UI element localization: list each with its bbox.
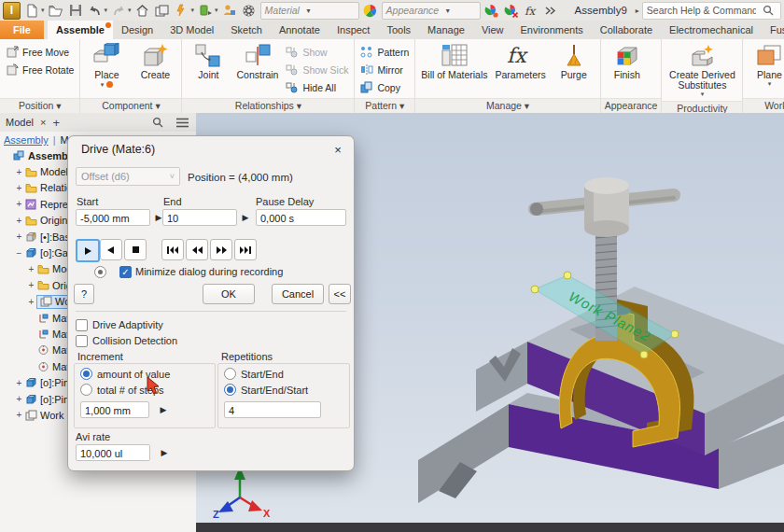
expander-icon[interactable]: + [14, 199, 24, 209]
close-icon[interactable]: × [40, 117, 46, 128]
tab-fusion-360[interactable]: Fusion 360 [762, 21, 784, 39]
free-rotate-button[interactable]: Free Rotate [3, 61, 77, 78]
tab-assemble[interactable]: Assemble [48, 21, 113, 39]
joint-button[interactable]: Joint [185, 41, 231, 82]
record-button[interactable] [94, 266, 106, 278]
panel-label[interactable]: Appearance [601, 98, 662, 113]
stop-button[interactable] [124, 239, 147, 260]
browser-tab-model[interactable]: Model [6, 117, 34, 128]
quick-launch-icon[interactable] [174, 2, 190, 19]
plane-button[interactable]: Plane▾ [746, 41, 784, 89]
start-input[interactable]: -5,000 mm [76, 209, 150, 226]
undo-icon[interactable] [87, 2, 104, 19]
drive-adaptivity-checkbox[interactable] [76, 319, 88, 331]
redo-icon[interactable] [110, 2, 127, 19]
tab-3d-model[interactable]: 3D Model [161, 21, 222, 39]
imate-icon[interactable] [197, 2, 214, 19]
panel-label[interactable]: Pattern ▾ [355, 98, 414, 113]
constrain-button[interactable]: Constrain [233, 41, 281, 82]
tab-view[interactable]: View [473, 21, 512, 39]
play-forward-button[interactable] [76, 239, 100, 262]
ok-button[interactable]: OK [203, 284, 255, 304]
title-caret-icon[interactable]: ▸ [636, 7, 639, 15]
expander-icon[interactable]: + [14, 167, 24, 177]
expander-icon[interactable]: + [14, 183, 24, 193]
avi-rate-flyout-button[interactable]: ▶ [158, 445, 171, 460]
chevron-down-icon[interactable]: ▾ [215, 7, 218, 14]
open-folder-icon[interactable] [48, 2, 64, 19]
end-input[interactable]: 10 [162, 209, 237, 226]
place-button[interactable]: Place▾ [83, 41, 130, 90]
expander-icon[interactable]: + [14, 378, 24, 388]
collision-detection-checkbox[interactable] [76, 335, 88, 347]
inventor-logo-icon[interactable]: I [3, 2, 21, 20]
expander-icon[interactable]: + [26, 264, 36, 274]
appearance-clear-icon[interactable] [503, 2, 520, 19]
view-selector-assembly[interactable]: Assembly [4, 134, 49, 146]
hide-all-button[interactable]: Hide All [283, 78, 351, 96]
home-icon[interactable] [134, 2, 151, 19]
expander-icon[interactable]: + [14, 410, 24, 420]
panel-label[interactable]: Manage ▾ [415, 98, 599, 113]
new-file-icon[interactable] [23, 2, 40, 19]
panel-label[interactable]: Work Features [743, 98, 784, 113]
create-button[interactable]: Create [132, 41, 178, 82]
bill-of-materials-button[interactable]: Bill of Materials [418, 41, 490, 82]
color-wheel-icon[interactable] [362, 2, 379, 19]
tab-design[interactable]: Design [113, 21, 161, 39]
expander-icon[interactable]: + [14, 394, 24, 404]
cancel-button[interactable]: Cancel [272, 284, 324, 304]
tab-sketch[interactable]: Sketch [222, 21, 271, 39]
minimize-checkbox[interactable]: ✓ [119, 266, 132, 278]
step-reverse-button[interactable] [186, 239, 208, 260]
avi-rate-input[interactable]: 10,000 ul [76, 444, 150, 461]
add-tab-icon[interactable]: + [52, 116, 60, 130]
expander-icon[interactable]: + [14, 216, 24, 226]
more-commands-icon[interactable] [542, 2, 559, 19]
panel-label[interactable]: Productivity [662, 101, 742, 114]
chevron-down-icon[interactable]: ▾ [41, 7, 45, 14]
purge-button[interactable]: Purge [551, 41, 597, 82]
tab-electromechanical[interactable]: Electromechanical [661, 21, 762, 39]
repetitions-startendstart-radio[interactable] [224, 384, 236, 396]
tab-annotate[interactable]: Annotate [271, 21, 329, 39]
chevron-down-icon[interactable]: ▾ [128, 7, 132, 14]
parameter-dropdown[interactable]: Offset (d6) ˅ [76, 167, 180, 186]
tab-inspect[interactable]: Inspect [329, 21, 378, 39]
search-input[interactable]: Search Help & Commands... [642, 2, 781, 20]
tab-manage[interactable]: Manage [419, 21, 473, 39]
appearance-dropdown[interactable]: Appearance ▼ [382, 2, 481, 20]
close-icon[interactable]: × [329, 141, 346, 158]
tab-tools[interactable]: Tools [378, 21, 419, 39]
appearance-add-icon[interactable] [483, 2, 500, 19]
tab-environments[interactable]: Environments [512, 21, 592, 39]
material-dropdown[interactable]: Material ▼ [260, 2, 359, 20]
chevron-down-icon[interactable]: ▾ [105, 7, 108, 14]
to-start-button[interactable] [161, 239, 184, 260]
help-button[interactable]: ? [74, 284, 94, 304]
repetitions-startend-radio[interactable] [224, 368, 236, 380]
create-derived-substitutes-button[interactable]: Create Derived Substitutes▾ [665, 41, 739, 99]
expander-icon[interactable]: − [14, 248, 24, 259]
pattern-button[interactable]: Pattern [357, 43, 412, 61]
panel-label[interactable]: Position ▾ [0, 98, 79, 113]
panel-label[interactable]: Relationships ▾ [182, 98, 354, 113]
tab-file[interactable]: File [0, 21, 44, 39]
step-forward-button[interactable] [210, 239, 232, 260]
tab-collaborate[interactable]: Collaborate [592, 21, 661, 39]
render-wheel-icon[interactable] [241, 2, 258, 19]
collapse-dialog-button[interactable]: << [329, 284, 351, 304]
increment-value-input[interactable]: 1,000 mm [80, 401, 149, 418]
expander-icon[interactable]: + [26, 280, 36, 290]
panel-label[interactable]: Component ▾ [80, 98, 181, 113]
fx-parameters-icon[interactable]: fx [523, 2, 539, 19]
play-reverse-button[interactable] [100, 239, 122, 260]
search-icon[interactable] [149, 114, 166, 131]
switch-windows-icon[interactable] [154, 2, 171, 19]
mirror-button[interactable]: Mirror [357, 61, 412, 78]
expander-icon[interactable]: + [26, 297, 36, 307]
parameters-button[interactable]: fxParameters [493, 41, 549, 82]
chevron-down-icon[interactable]: ▾ [191, 7, 195, 14]
to-end-button[interactable] [234, 239, 257, 260]
expander-icon[interactable]: + [14, 231, 24, 242]
